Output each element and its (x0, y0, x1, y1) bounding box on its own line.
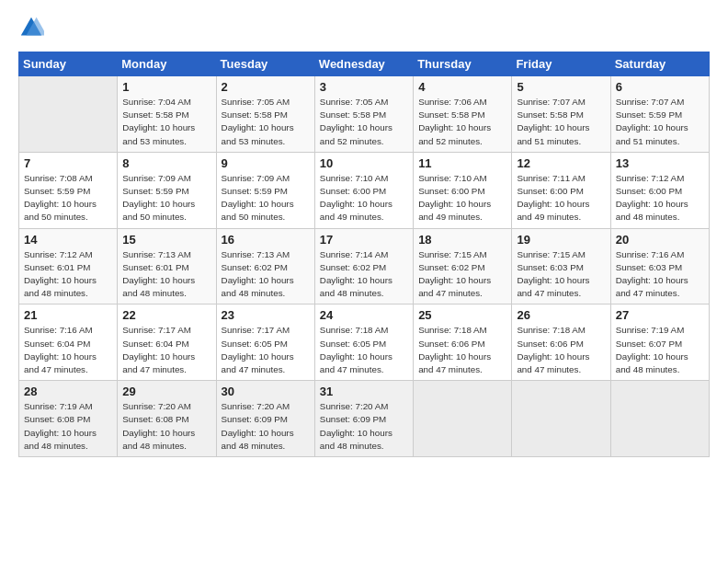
day-number: 4 (418, 80, 506, 94)
day-number: 30 (222, 385, 310, 398)
calendar-cell: 25Sunrise: 7:18 AM Sunset: 6:06 PM Dayli… (414, 304, 512, 381)
weekday-header: Thursday (414, 52, 512, 76)
calendar-table: SundayMondayTuesdayWednesdayThursdayFrid… (18, 52, 710, 457)
calendar-cell: 14Sunrise: 7:12 AM Sunset: 6:01 PM Dayli… (19, 228, 118, 304)
day-info: Sunrise: 7:15 AM Sunset: 6:03 PM Dayligh… (517, 248, 605, 301)
logo (18, 15, 48, 40)
day-number: 9 (222, 156, 310, 170)
calendar-cell: 29Sunrise: 7:20 AM Sunset: 6:08 PM Dayli… (118, 381, 216, 457)
day-number: 12 (517, 156, 605, 170)
day-info: Sunrise: 7:13 AM Sunset: 6:02 PM Dayligh… (222, 248, 310, 301)
calendar-cell: 9Sunrise: 7:09 AM Sunset: 5:59 PM Daylig… (216, 152, 314, 228)
calendar-cell: 4Sunrise: 7:06 AM Sunset: 5:58 PM Daylig… (414, 76, 512, 153)
calendar-cell (512, 381, 610, 457)
page-container: SundayMondayTuesdayWednesdayThursdayFrid… (0, 0, 728, 466)
day-number: 15 (122, 233, 210, 247)
calendar-cell: 6Sunrise: 7:07 AM Sunset: 5:59 PM Daylig… (610, 76, 709, 153)
day-number: 27 (616, 308, 704, 322)
calendar-cell: 26Sunrise: 7:18 AM Sunset: 6:06 PM Dayli… (512, 304, 610, 381)
calendar-body: 1Sunrise: 7:04 AM Sunset: 5:58 PM Daylig… (19, 76, 710, 457)
day-number: 8 (122, 156, 210, 170)
calendar-cell: 11Sunrise: 7:10 AM Sunset: 6:00 PM Dayli… (414, 152, 512, 228)
day-info: Sunrise: 7:10 AM Sunset: 6:00 PM Dayligh… (320, 172, 408, 224)
day-number: 21 (24, 308, 112, 322)
calendar-cell: 16Sunrise: 7:13 AM Sunset: 6:02 PM Dayli… (216, 228, 314, 304)
day-number: 26 (517, 308, 605, 322)
calendar-cell: 22Sunrise: 7:17 AM Sunset: 6:04 PM Dayli… (118, 304, 216, 381)
day-info: Sunrise: 7:20 AM Sunset: 6:09 PM Dayligh… (320, 400, 408, 453)
calendar-cell: 15Sunrise: 7:13 AM Sunset: 6:01 PM Dayli… (118, 228, 216, 304)
calendar-week-row: 1Sunrise: 7:04 AM Sunset: 5:58 PM Daylig… (19, 76, 710, 153)
calendar-cell (19, 76, 118, 153)
day-info: Sunrise: 7:17 AM Sunset: 6:04 PM Dayligh… (122, 324, 210, 376)
day-info: Sunrise: 7:11 AM Sunset: 6:00 PM Dayligh… (517, 172, 605, 224)
calendar-cell: 1Sunrise: 7:04 AM Sunset: 5:58 PM Daylig… (118, 76, 216, 153)
day-info: Sunrise: 7:05 AM Sunset: 5:58 PM Dayligh… (222, 96, 310, 148)
calendar-week-row: 14Sunrise: 7:12 AM Sunset: 6:01 PM Dayli… (19, 228, 710, 304)
day-number: 31 (320, 385, 408, 398)
logo-icon (18, 15, 44, 40)
calendar-cell: 21Sunrise: 7:16 AM Sunset: 6:04 PM Dayli… (19, 304, 118, 381)
weekday-header: Tuesday (216, 52, 314, 76)
day-info: Sunrise: 7:09 AM Sunset: 5:59 PM Dayligh… (122, 172, 210, 224)
day-info: Sunrise: 7:07 AM Sunset: 5:58 PM Dayligh… (517, 96, 605, 148)
day-number: 16 (222, 233, 310, 247)
day-info: Sunrise: 7:15 AM Sunset: 6:02 PM Dayligh… (418, 248, 506, 301)
day-number: 2 (222, 80, 310, 94)
calendar-cell: 5Sunrise: 7:07 AM Sunset: 5:58 PM Daylig… (512, 76, 610, 153)
calendar-cell: 2Sunrise: 7:05 AM Sunset: 5:58 PM Daylig… (216, 76, 314, 153)
weekday-header: Sunday (19, 52, 118, 76)
day-info: Sunrise: 7:08 AM Sunset: 5:59 PM Dayligh… (24, 172, 112, 224)
calendar-cell: 30Sunrise: 7:20 AM Sunset: 6:09 PM Dayli… (216, 381, 314, 457)
day-info: Sunrise: 7:16 AM Sunset: 6:04 PM Dayligh… (24, 324, 112, 376)
calendar-cell: 27Sunrise: 7:19 AM Sunset: 6:07 PM Dayli… (610, 304, 709, 381)
header (18, 15, 710, 40)
day-number: 25 (418, 308, 506, 322)
calendar-cell (414, 381, 512, 457)
calendar-cell: 23Sunrise: 7:17 AM Sunset: 6:05 PM Dayli… (216, 304, 314, 381)
day-number: 18 (418, 233, 506, 247)
weekday-header: Wednesday (314, 52, 413, 76)
day-info: Sunrise: 7:20 AM Sunset: 6:09 PM Dayligh… (222, 400, 310, 453)
day-info: Sunrise: 7:06 AM Sunset: 5:58 PM Dayligh… (418, 96, 506, 148)
weekday-header: Saturday (610, 52, 709, 76)
calendar-cell: 18Sunrise: 7:15 AM Sunset: 6:02 PM Dayli… (414, 228, 512, 304)
calendar-cell: 24Sunrise: 7:18 AM Sunset: 6:05 PM Dayli… (314, 304, 413, 381)
day-info: Sunrise: 7:12 AM Sunset: 6:00 PM Dayligh… (616, 172, 704, 224)
day-number: 6 (616, 80, 704, 94)
day-info: Sunrise: 7:20 AM Sunset: 6:08 PM Dayligh… (122, 400, 210, 453)
day-number: 14 (24, 233, 112, 247)
day-info: Sunrise: 7:16 AM Sunset: 6:03 PM Dayligh… (616, 248, 704, 301)
day-info: Sunrise: 7:07 AM Sunset: 5:59 PM Dayligh… (616, 96, 704, 148)
calendar-cell: 28Sunrise: 7:19 AM Sunset: 6:08 PM Dayli… (19, 381, 118, 457)
day-info: Sunrise: 7:09 AM Sunset: 5:59 PM Dayligh… (222, 172, 310, 224)
day-number: 22 (122, 308, 210, 322)
weekday-header-row: SundayMondayTuesdayWednesdayThursdayFrid… (19, 52, 710, 76)
weekday-header: Monday (118, 52, 216, 76)
day-info: Sunrise: 7:13 AM Sunset: 6:01 PM Dayligh… (122, 248, 210, 301)
day-info: Sunrise: 7:12 AM Sunset: 6:01 PM Dayligh… (24, 248, 112, 301)
day-number: 23 (222, 308, 310, 322)
day-info: Sunrise: 7:17 AM Sunset: 6:05 PM Dayligh… (222, 324, 310, 376)
day-number: 1 (122, 80, 210, 94)
day-info: Sunrise: 7:18 AM Sunset: 6:06 PM Dayligh… (418, 324, 506, 376)
day-info: Sunrise: 7:19 AM Sunset: 6:08 PM Dayligh… (24, 400, 112, 453)
day-info: Sunrise: 7:10 AM Sunset: 6:00 PM Dayligh… (418, 172, 506, 224)
day-info: Sunrise: 7:18 AM Sunset: 6:05 PM Dayligh… (320, 324, 408, 376)
day-number: 13 (616, 156, 704, 170)
day-info: Sunrise: 7:05 AM Sunset: 5:58 PM Dayligh… (320, 96, 408, 148)
day-number: 10 (320, 156, 408, 170)
day-number: 24 (320, 308, 408, 322)
calendar-cell: 7Sunrise: 7:08 AM Sunset: 5:59 PM Daylig… (19, 152, 118, 228)
day-number: 17 (320, 233, 408, 247)
calendar-cell: 17Sunrise: 7:14 AM Sunset: 6:02 PM Dayli… (314, 228, 413, 304)
calendar-cell: 10Sunrise: 7:10 AM Sunset: 6:00 PM Dayli… (314, 152, 413, 228)
day-number: 20 (616, 233, 704, 247)
day-info: Sunrise: 7:18 AM Sunset: 6:06 PM Dayligh… (517, 324, 605, 376)
day-info: Sunrise: 7:19 AM Sunset: 6:07 PM Dayligh… (616, 324, 704, 376)
calendar-week-row: 7Sunrise: 7:08 AM Sunset: 5:59 PM Daylig… (19, 152, 710, 228)
calendar-cell: 19Sunrise: 7:15 AM Sunset: 6:03 PM Dayli… (512, 228, 610, 304)
day-number: 11 (418, 156, 506, 170)
day-number: 5 (517, 80, 605, 94)
weekday-header: Friday (512, 52, 610, 76)
